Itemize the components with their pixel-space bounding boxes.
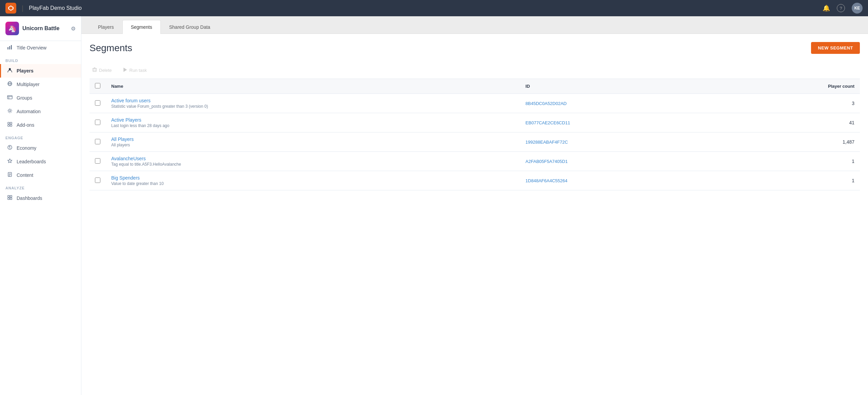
segment-name-link-0[interactable]: Active forum users: [111, 98, 151, 103]
row-checkbox-1[interactable]: [95, 120, 100, 125]
topnav-divider: |: [22, 4, 23, 12]
header-checkbox-cell: [90, 79, 106, 94]
players-icon: [6, 67, 13, 74]
svg-rect-26: [93, 68, 96, 71]
run-task-label: Run task: [130, 68, 147, 73]
sidebar-item-leaderboards[interactable]: Leaderboards: [0, 155, 81, 168]
tab-segments[interactable]: Segments: [122, 20, 161, 34]
playfab-logo[interactable]: [5, 3, 16, 14]
svg-rect-9: [7, 96, 12, 99]
svg-rect-24: [8, 198, 9, 200]
sidebar-game-header: 🦄 Unicorn Battle ⚙: [0, 16, 81, 41]
segment-id-4: 1D848AF6A4C55264: [526, 178, 568, 183]
svg-rect-22: [8, 195, 9, 197]
segment-name-link-3[interactable]: AvalancheUsers: [111, 156, 146, 161]
sidebar-item-add-ons[interactable]: Add-ons: [0, 118, 81, 132]
sidebar: 🦄 Unicorn Battle ⚙ Title Overview BUILD: [0, 16, 81, 395]
new-segment-button[interactable]: NEW SEGMENT: [811, 42, 860, 54]
segment-name-link-1[interactable]: Active Players: [111, 117, 141, 123]
leaderboards-icon: [6, 158, 13, 165]
sidebar-item-content[interactable]: Content: [0, 168, 81, 182]
row-count-cell-3: 1: [709, 152, 860, 171]
svg-rect-25: [10, 198, 12, 200]
segment-description-2: All players: [111, 143, 515, 147]
segment-description-4: Value to date greater than 10: [111, 181, 515, 186]
sidebar-item-economy[interactable]: Economy: [0, 141, 81, 155]
row-name-cell-2: All Players All players: [106, 132, 520, 152]
row-name-cell-0: Active forum users Statistic value Forum…: [106, 94, 520, 113]
topnav-right: 🔔 ? KE: [823, 3, 863, 14]
sidebar-label-title-overview: Title Overview: [17, 45, 46, 50]
sidebar-item-groups[interactable]: Groups: [0, 91, 81, 105]
sidebar-label-leaderboards: Leaderboards: [17, 159, 46, 164]
help-icon[interactable]: ?: [837, 4, 845, 12]
sidebar-item-players[interactable]: Players: [0, 64, 81, 78]
sidebar-item-multiplayer[interactable]: Multiplayer: [0, 78, 81, 91]
row-checkbox-cell-3: [90, 152, 106, 171]
toolbar: Delete Run task: [90, 62, 860, 79]
content-area: Players Segments Shared Group Data Segme…: [81, 16, 868, 395]
game-name: Unicorn Battle: [22, 25, 67, 32]
header-id: ID: [520, 79, 709, 94]
segment-id-0: 8B45DC0A52D02AD: [526, 101, 567, 106]
segment-description-1: Last login less than 28 days ago: [111, 123, 515, 128]
row-name-cell-3: AvalancheUsers Tag equal to title.A5F3.H…: [106, 152, 520, 171]
game-logo: 🦄: [5, 22, 19, 35]
row-count-cell-2: 1,487: [709, 132, 860, 152]
tab-players[interactable]: Players: [90, 20, 122, 34]
sidebar-item-dashboards[interactable]: Dashboards: [0, 191, 81, 205]
segment-description-0: Statistic value Forum_posts greater than…: [111, 104, 515, 109]
svg-rect-2: [7, 47, 8, 49]
row-checkbox-2[interactable]: [95, 139, 100, 144]
topnav-left: | PlayFab Demo Studio: [5, 3, 82, 14]
row-checkbox-0[interactable]: [95, 100, 100, 106]
sidebar-item-title-overview[interactable]: Title Overview: [0, 41, 81, 55]
header-player-count: Player count: [709, 79, 860, 94]
sidebar-label-add-ons: Add-ons: [17, 122, 34, 128]
row-checkbox-cell-1: [90, 113, 106, 132]
delete-button[interactable]: Delete: [90, 66, 115, 75]
multiplayer-icon: [6, 81, 13, 88]
header-name: Name: [106, 79, 520, 94]
segment-description-3: Tag equal to title.A5F3.HelloAvalanche: [111, 162, 515, 167]
sidebar-label-content: Content: [17, 172, 33, 178]
sidebar-section-analyze: ANALYZE: [0, 182, 81, 191]
row-checkbox-3[interactable]: [95, 158, 100, 164]
row-name-cell-4: Big Spenders Value to date greater than …: [106, 171, 520, 190]
main-layout: 🦄 Unicorn Battle ⚙ Title Overview BUILD: [0, 16, 868, 395]
segment-name-link-4[interactable]: Big Spenders: [111, 175, 140, 181]
title-overview-icon: [6, 44, 13, 51]
run-task-button[interactable]: Run task: [120, 66, 150, 75]
svg-point-5: [9, 68, 11, 70]
select-all-checkbox[interactable]: [95, 83, 100, 88]
run-task-icon: [123, 67, 127, 73]
sidebar-label-groups: Groups: [17, 95, 32, 101]
add-ons-icon: [6, 122, 13, 128]
svg-rect-23: [10, 195, 12, 197]
user-avatar[interactable]: KE: [852, 3, 863, 14]
segments-table: Name ID Player count Active forum users …: [90, 79, 860, 190]
row-id-cell-3: A2FAB05F5A7405D1: [520, 152, 709, 171]
page-title: Segments: [90, 43, 132, 54]
segment-name-link-2[interactable]: All Players: [111, 137, 134, 142]
notification-icon[interactable]: 🔔: [823, 4, 830, 12]
row-checkbox-cell-4: [90, 171, 106, 190]
tab-shared-group-data[interactable]: Shared Group Data: [161, 20, 219, 34]
sidebar-label-players: Players: [17, 68, 34, 74]
segment-id-3: A2FAB05F5A7405D1: [526, 159, 568, 164]
row-count-cell-1: 41: [709, 113, 860, 132]
svg-point-12: [9, 110, 11, 112]
row-checkbox-4[interactable]: [95, 178, 100, 183]
sidebar-item-automation[interactable]: Automation: [0, 105, 81, 118]
sidebar-section-engage: ENGAGE: [0, 132, 81, 141]
studio-name: PlayFab Demo Studio: [29, 5, 82, 11]
row-checkbox-cell-0: [90, 94, 106, 113]
page-header: Segments NEW SEGMENT: [90, 42, 860, 54]
segment-id-2: 199288EABAF4F72C: [526, 140, 568, 145]
economy-icon: [6, 145, 13, 151]
row-count-cell-4: 1: [709, 171, 860, 190]
settings-icon[interactable]: ⚙: [71, 25, 76, 32]
row-id-cell-1: EB077CAE2CE6CD11: [520, 113, 709, 132]
top-navigation: | PlayFab Demo Studio 🔔 ? KE: [0, 0, 868, 16]
table-row: AvalancheUsers Tag equal to title.A5F3.H…: [90, 152, 860, 171]
